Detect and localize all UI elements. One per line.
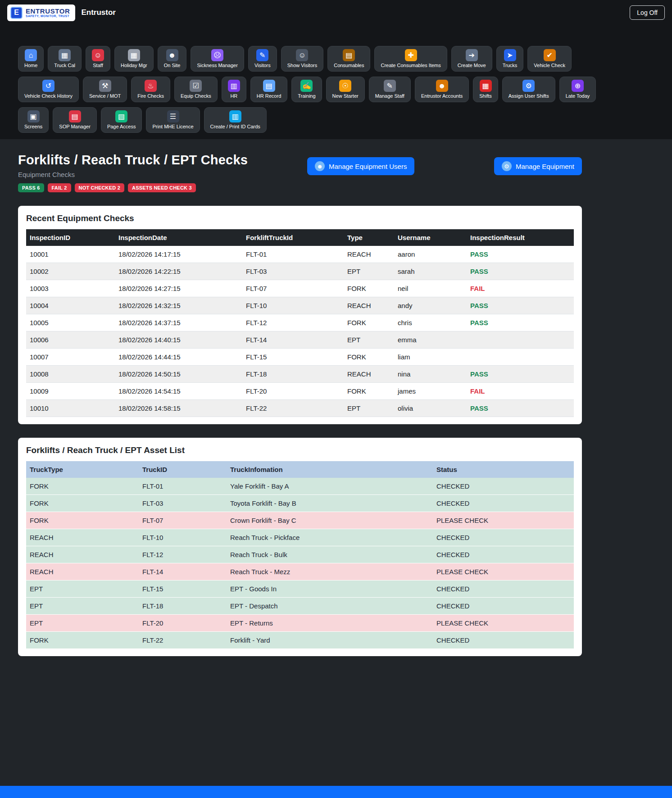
table-cell: PLEASE CHECK	[433, 512, 574, 529]
table-cell: FLT-12	[139, 546, 227, 563]
table-cell: emma	[394, 331, 467, 349]
nav-button-consumables[interactable]: ▤Consumables	[327, 46, 370, 72]
equip-checks-icon: ☑	[190, 80, 202, 92]
status-badge: NOT CHECKED 2	[75, 183, 124, 192]
nav-button-service-mot[interactable]: ⚒Service / MOT	[83, 77, 127, 102]
table-cell: PASS	[467, 366, 574, 383]
nav-button-sickness-manager[interactable]: ☹Sickness Manager	[191, 46, 244, 72]
table-cell: 10008	[26, 366, 115, 383]
nav-button-create-print-id-cards[interactable]: ▥Create / Print ID Cards	[204, 107, 267, 133]
nav-button-manage-staff[interactable]: ✎Manage Staff	[369, 77, 411, 102]
nav-button-label: Create / Print ID Cards	[210, 124, 260, 129]
table-cell: PASS	[467, 400, 574, 417]
table-cell: Toyota Forklift - Bay B	[227, 495, 433, 512]
status-badge: FAIL 2	[48, 183, 71, 192]
nav-button-sop-manager[interactable]: ▤SOP Manager	[53, 107, 97, 133]
nav-button-equip-checks[interactable]: ☑Equip Checks	[174, 77, 218, 102]
hr-record-icon: ▤	[263, 80, 275, 92]
table-cell: FORK	[344, 383, 394, 400]
nav-button-assign-user-shifts[interactable]: ⚙Assign User Shifts	[502, 77, 555, 102]
nav-button-label: Equip Checks	[181, 93, 211, 99]
nav-button-truck-cal[interactable]: ▦Truck Cal	[48, 46, 82, 72]
nav-button-trucks[interactable]: ➤Trucks	[496, 46, 524, 72]
table-cell: FORK	[26, 478, 139, 495]
nav-row: ▣Screens▤SOP Manager▧Page Access☰Print M…	[18, 107, 672, 133]
nav-button-on-site[interactable]: ☻On Site	[158, 46, 187, 72]
column-header: Status	[433, 461, 574, 478]
staff-icon: ☺	[92, 49, 104, 61]
nav-button-staff[interactable]: ☺Staff	[86, 46, 110, 72]
nav-button-late-today[interactable]: ⊕Late Today	[559, 77, 596, 102]
page-header: Forklifts / Reach Truck / EPT Checks Equ…	[18, 153, 582, 192]
create-print-id-cards-icon: ▥	[229, 110, 241, 122]
log-off-button[interactable]: Log Off	[630, 5, 665, 20]
table-cell: 10006	[26, 331, 115, 349]
table-cell: 18/02/2026 14:37:15	[115, 314, 242, 331]
table-cell: EPT	[344, 400, 394, 417]
nav-button-hr-record[interactable]: ▤HR Record	[250, 77, 287, 102]
nav-button-print-mhe-licence[interactable]: ☰Print MHE Licence	[146, 107, 200, 133]
table-cell: FAIL	[467, 280, 574, 297]
nav-button-holiday-mgr[interactable]: ▦Holiday Mgr	[114, 46, 154, 72]
home-icon: ⌂	[25, 49, 37, 61]
table-cell: aaron	[394, 246, 467, 263]
nav-button-label: Late Today	[566, 93, 590, 99]
nav-button-home[interactable]: ⌂Home	[18, 46, 44, 72]
table-cell: nina	[394, 366, 467, 383]
nav-button-vehicle-check-history[interactable]: ↺Vehicle Check History	[18, 77, 79, 102]
nav-button-page-access[interactable]: ▧Page Access	[101, 107, 142, 133]
nav-button-label: Print MHE Licence	[152, 124, 193, 129]
nav-button-hr[interactable]: ▥HR	[222, 77, 246, 102]
table-row: 1000918/02/2026 14:54:15FLT-20FORKjamesF…	[26, 383, 574, 400]
manage-equipment-button[interactable]: ⚙ Manage Equipment	[494, 157, 582, 175]
table-cell: 10005	[26, 314, 115, 331]
table-cell: REACH	[26, 546, 139, 563]
status-badge: ASSETS NEED CHECK 3	[128, 183, 196, 192]
column-header: InspectionResult	[467, 229, 574, 246]
table-cell: 10003	[26, 280, 115, 297]
nav-button-label: Manage Staff	[375, 93, 404, 99]
shifts-icon: ▦	[480, 80, 492, 92]
user-icon: ☻	[315, 161, 325, 171]
page-access-icon: ▧	[115, 110, 127, 122]
table-cell: 10004	[26, 297, 115, 314]
nav-button-screens[interactable]: ▣Screens	[18, 107, 49, 133]
table-cell: CHECKED	[433, 529, 574, 546]
main-content: Forklifts / Reach Truck / EPT Checks Equ…	[18, 153, 582, 692]
table-row: FORKFLT-07Crown Forklift - Bay CPLEASE C…	[26, 512, 574, 529]
header-row: InspectionIDInspectionDateForkliftTruckI…	[26, 229, 574, 246]
nav-button-visitors[interactable]: ✎Visitors	[248, 46, 277, 72]
nav-button-vehicle-check[interactable]: ✔Vehicle Check	[527, 46, 572, 72]
column-header: Username	[394, 229, 467, 246]
table-cell: FLT-20	[139, 615, 227, 632]
footer-bar	[0, 786, 672, 798]
table-cell: EPT - Goods In	[227, 580, 433, 598]
nav-button-show-visitors[interactable]: ☺Show Visitors	[281, 46, 323, 72]
nav-button-create-move[interactable]: ➔Create Move	[451, 46, 492, 72]
table-cell: PASS	[467, 297, 574, 314]
table-cell: FLT-14	[139, 563, 227, 580]
table-cell	[467, 349, 574, 366]
nav-button-label: HR	[230, 93, 237, 99]
status-badges: PASS 6FAIL 2NOT CHECKED 2ASSETS NEED CHE…	[18, 183, 307, 192]
page-subtitle: Equipment Checks	[18, 171, 307, 178]
nav-button-shifts[interactable]: ▦Shifts	[473, 77, 498, 102]
table-cell: Reach Truck - Bulk	[227, 546, 433, 563]
logo-name: ENTRUSTOR	[26, 8, 70, 15]
table-row: FORKFLT-22Forklift - YardCHECKED	[26, 632, 574, 649]
table-cell: REACH	[344, 246, 394, 263]
column-header: TruckInfomation	[227, 461, 433, 478]
manage-equipment-users-button[interactable]: ☻ Manage Equipment Users	[307, 157, 414, 175]
nav-button-label: Assign User Shifts	[509, 93, 549, 99]
nav-button-training[interactable]: ✍Training	[291, 77, 322, 102]
table-cell: sarah	[394, 263, 467, 280]
nav-button-fire-checks[interactable]: ♨Fire Checks	[131, 77, 170, 102]
manage-equipment-label: Manage Equipment	[516, 163, 574, 170]
nav-button-new-starter[interactable]: ☉New Starter	[326, 77, 365, 102]
column-header: ForkliftTruckId	[242, 229, 344, 246]
nav-button-create-consumables-items[interactable]: ✚Create Consumables Items	[374, 46, 447, 72]
table-cell: 18/02/2026 14:17:15	[115, 246, 242, 263]
table-cell: 10010	[26, 400, 115, 417]
nav-button-entrustor-accounts[interactable]: ☻Entrustor Accounts	[415, 77, 469, 102]
nav-button-label: Consumables	[334, 63, 364, 68]
